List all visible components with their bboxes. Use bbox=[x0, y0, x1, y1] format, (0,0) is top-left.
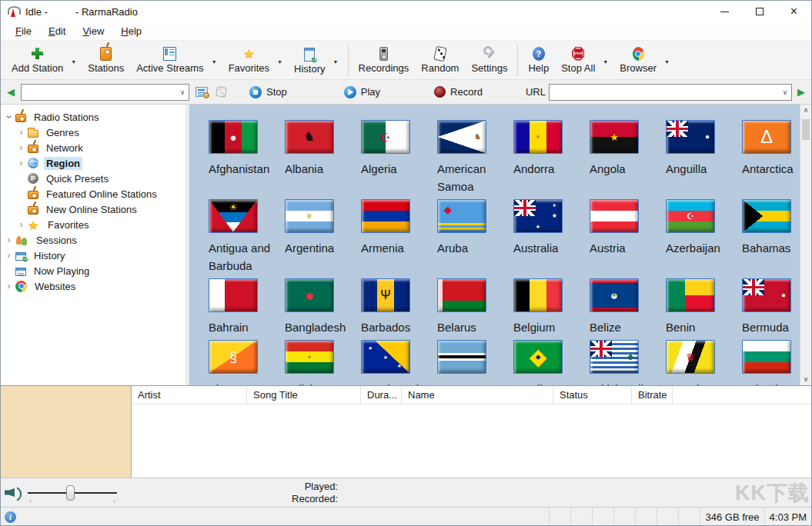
record-button[interactable]: Record bbox=[434, 86, 483, 98]
play-button[interactable]: Play bbox=[344, 86, 380, 98]
menu-edit[interactable]: Edit bbox=[40, 23, 74, 39]
add-station-button[interactable]: Add Station bbox=[5, 45, 69, 76]
country-item-bangladesh[interactable]: ●Bangladesh bbox=[275, 278, 351, 336]
active-streams-button[interactable]: Active Streams bbox=[130, 45, 209, 76]
stations-button[interactable]: Stations bbox=[82, 45, 130, 76]
browser-dropdown-icon[interactable] bbox=[664, 53, 673, 67]
scroll-up-icon[interactable]: ∧ bbox=[800, 105, 811, 116]
column-header-status[interactable]: Status bbox=[553, 386, 632, 404]
speaker-icon[interactable] bbox=[5, 486, 23, 500]
scroll-thumb[interactable] bbox=[802, 119, 810, 140]
active-streams-dropdown-icon[interactable] bbox=[212, 53, 221, 67]
url-input[interactable] bbox=[549, 84, 792, 101]
country-item-bulgaria[interactable]: Bulgaria bbox=[732, 340, 800, 385]
country-item-andorra[interactable]: ●Andorra bbox=[503, 120, 580, 195]
country-item-antigua-and-barbuda[interactable]: ☀Antigua and Barbuda bbox=[199, 199, 275, 275]
station-combo-arrow[interactable] bbox=[176, 88, 189, 96]
expander-collapsed-icon[interactable] bbox=[16, 143, 26, 152]
add-station-dropdown-icon[interactable] bbox=[71, 53, 80, 67]
station-details-icon[interactable] bbox=[195, 87, 208, 97]
country-item-belgium[interactable]: Belgium bbox=[503, 278, 580, 336]
menu-help[interactable]: Help bbox=[112, 23, 150, 39]
favorites-dropdown-icon[interactable] bbox=[277, 53, 286, 67]
country-item-brazil[interactable]: ◆●Brazil bbox=[503, 340, 580, 385]
country-item-armenia[interactable]: Armenia bbox=[351, 199, 427, 275]
country-item-bhutan[interactable]: §Bhutan bbox=[199, 340, 275, 385]
back-icon[interactable] bbox=[5, 86, 16, 98]
scroll-down-icon[interactable]: ∨ bbox=[800, 374, 811, 385]
volume-slider-thumb[interactable] bbox=[66, 485, 75, 501]
sidebar-item-radio-stations[interactable]: Radio Stations bbox=[1, 109, 185, 125]
sidebar-item-featured-online-stations[interactable]: Featured Online Stations bbox=[1, 186, 185, 201]
stop-button[interactable]: Stop bbox=[249, 86, 287, 98]
history-dropdown-icon[interactable] bbox=[333, 53, 343, 67]
country-item-british-indian-ocean-territory[interactable]: ♣British Indian Ocean Territory bbox=[580, 340, 656, 385]
country-item-australia[interactable]: ★★★Australia bbox=[503, 199, 580, 275]
country-item-bahamas[interactable]: Bahamas bbox=[732, 199, 800, 275]
country-item-belarus[interactable]: Belarus bbox=[427, 278, 503, 336]
close-button[interactable]: × bbox=[777, 1, 811, 22]
help-button[interactable]: Help bbox=[522, 45, 555, 76]
country-item-bolivia[interactable]: ●Bolivia bbox=[275, 340, 351, 385]
volume-slider[interactable] bbox=[28, 484, 117, 501]
maximize-button[interactable] bbox=[742, 1, 777, 22]
country-item-afghanistan[interactable]: ●Afghanistan bbox=[199, 120, 275, 195]
sidebar-item-new-online-stations[interactable]: New Online Stations bbox=[1, 201, 185, 217]
country-item-algeria[interactable]: ☪Algeria bbox=[351, 120, 427, 195]
sidebar-item-websites[interactable]: Websites bbox=[1, 278, 185, 294]
favorites-button[interactable]: Favorites bbox=[222, 45, 276, 76]
settings-button[interactable]: Settings bbox=[465, 45, 513, 76]
station-combo[interactable] bbox=[21, 84, 189, 101]
country-item-anguilla[interactable]: ●Anguilla bbox=[656, 120, 732, 195]
random-button[interactable]: Random bbox=[415, 45, 465, 76]
country-item-belize[interactable]: ●●Belize bbox=[580, 278, 656, 336]
url-combo-arrow[interactable] bbox=[779, 88, 791, 96]
country-item-american-samoa[interactable]: ♞American Samoa bbox=[427, 120, 503, 195]
history-button[interactable]: History bbox=[288, 44, 331, 77]
column-header-song-title[interactable]: Song Title bbox=[247, 386, 361, 404]
column-header-artist[interactable]: Artist bbox=[132, 386, 247, 404]
country-item-bosnia-and-herzegovina[interactable]: ★★★Bosnia and Herzegovina bbox=[351, 340, 427, 385]
expander-collapsed-icon[interactable] bbox=[4, 235, 14, 245]
expander-collapsed-icon[interactable] bbox=[4, 281, 14, 291]
country-item-azerbaijan[interactable]: ☪Azerbaijan bbox=[656, 199, 732, 275]
country-item-brunei[interactable]: ♛Brunei bbox=[656, 340, 732, 385]
country-item-bahrain[interactable]: Bahrain bbox=[199, 278, 275, 336]
expander-expanded-icon[interactable] bbox=[5, 112, 14, 122]
go-icon[interactable] bbox=[796, 86, 807, 98]
stop-all-button[interactable]: Stop All bbox=[555, 45, 601, 76]
country-item-bermuda[interactable]: ●Bermuda bbox=[732, 278, 800, 336]
country-item-austria[interactable]: Austria bbox=[580, 199, 656, 275]
stop-all-dropdown-icon[interactable] bbox=[603, 53, 612, 67]
minimize-button[interactable] bbox=[707, 1, 742, 22]
country-item-botswana[interactable]: Botswana bbox=[427, 340, 503, 385]
column-header-bitrate[interactable]: Bitrate bbox=[632, 386, 673, 404]
country-item-barbados[interactable]: ΨBarbados bbox=[351, 278, 427, 336]
expander-collapsed-icon[interactable] bbox=[16, 220, 26, 229]
sidebar-item-quick-presets[interactable]: Quick Presets bbox=[1, 171, 185, 186]
sidebar-item-network[interactable]: Network bbox=[1, 140, 185, 155]
column-header-name[interactable]: Name bbox=[402, 386, 553, 404]
country-item-angola[interactable]: ★Angola bbox=[580, 120, 656, 195]
country-item-antarctica[interactable]: ΔAntarctica bbox=[732, 120, 800, 195]
regions-scrollbar[interactable]: ∧ ∨ bbox=[800, 105, 811, 385]
menu-file[interactable]: File bbox=[7, 23, 40, 39]
expander-collapsed-icon[interactable] bbox=[16, 128, 26, 137]
info-icon[interactable] bbox=[5, 511, 16, 523]
sidebar-item-history[interactable]: History bbox=[1, 248, 185, 263]
country-item-aruba[interactable]: ◆Aruba bbox=[427, 199, 503, 275]
recordings-button[interactable]: Recordings bbox=[353, 45, 416, 76]
browser-button[interactable]: Browser bbox=[613, 45, 663, 76]
country-item-benin[interactable]: Benin bbox=[656, 278, 732, 336]
sidebar-item-sessions[interactable]: Sessions bbox=[1, 232, 185, 248]
sidebar-item-now-playing[interactable]: Now Playing bbox=[1, 263, 185, 278]
column-header-dura[interactable]: Dura... bbox=[361, 386, 402, 404]
sidebar-item-favorites[interactable]: Favorites bbox=[1, 217, 185, 232]
country-item-argentina[interactable]: ☀Argentina bbox=[275, 199, 351, 275]
menu-view[interactable]: View bbox=[74, 23, 112, 39]
expander-collapsed-icon[interactable] bbox=[16, 158, 26, 168]
sidebar-item-region[interactable]: Region bbox=[1, 155, 185, 171]
country-item-albania[interactable]: ♞Albania bbox=[275, 120, 351, 195]
sidebar-item-genres[interactable]: Genres bbox=[1, 125, 185, 140]
expander-collapsed-icon[interactable] bbox=[4, 251, 14, 260]
